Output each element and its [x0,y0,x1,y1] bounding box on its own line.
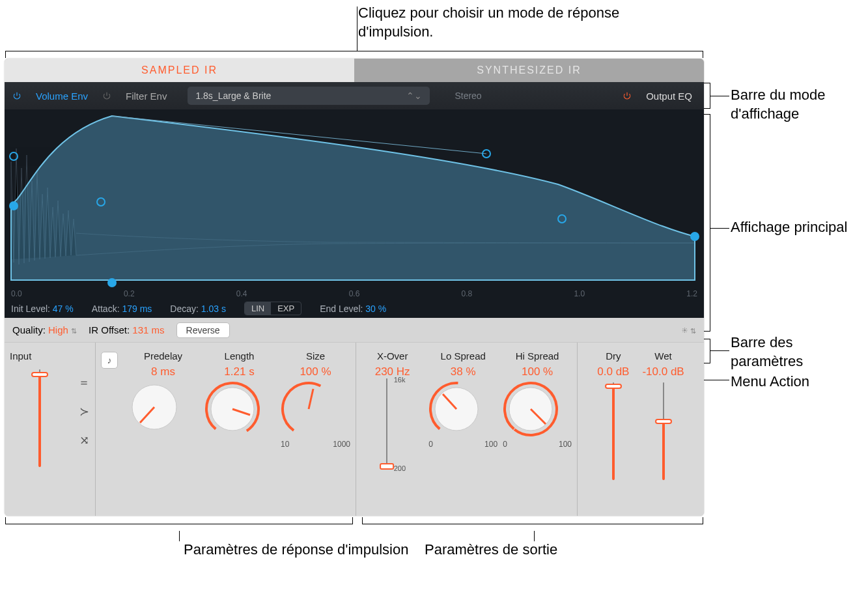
power-filter-env[interactable] [101,90,113,102]
xover-slider[interactable]: 16k 200 [380,378,406,470]
tick-0: 0.0 [11,289,22,298]
ir-preset-select[interactable]: 1.8s_Large & Brite ⌃⌄ [188,87,430,105]
annotation-modebar: Barre du mode d'affichage [731,86,868,123]
lo-spread-label: Lo Spread [428,350,497,362]
end-level-value[interactable]: 30 % [365,304,386,314]
size-value[interactable]: 100 % [281,365,350,378]
hi-spread-value[interactable]: 100 % [503,365,572,378]
dry-label: Dry [597,350,629,362]
tick-6: 1.2 [686,289,697,298]
annotation-top-stem [357,7,357,51]
end-level-label: End Level: [320,304,363,314]
annotation-top-bracket [5,51,703,51]
lin-button[interactable]: LIN [245,302,271,315]
ir-mode-tabs: SAMPLED IR SYNTHESIZED IR [5,59,704,82]
mode-filter-env[interactable]: Filter Env [118,89,175,103]
init-level-value[interactable]: 47 % [53,304,74,314]
annotation-parambar-bracket [710,339,710,363]
annotation-modebar-line [710,96,729,96]
annotation-main: Affichage principal [731,218,847,237]
action-menu[interactable] [682,323,696,337]
lin-exp-toggle[interactable]: LIN EXP [244,302,301,315]
size-knob[interactable] [281,381,350,437]
quality-stepper-icon[interactable] [71,324,77,335]
predelay-value[interactable]: 8 ms [128,365,198,378]
mode-volume-env[interactable]: Volume Env [28,89,96,103]
hi-spread-knob[interactable] [503,381,572,437]
xover-min: 200 [394,464,406,472]
tab-sampled-ir[interactable]: SAMPLED IR [5,59,354,82]
tick-5: 1.0 [574,289,585,298]
lo-spread-value[interactable]: 38 % [428,365,497,378]
size-min: 10 [281,440,289,449]
envelope-readout: Init Level: 47 % Attack: 179 ms Decay: 1… [11,302,697,315]
predelay-knob[interactable] [128,381,198,433]
tick-3: 0.6 [349,289,360,298]
tick-4: 0.8 [462,289,473,298]
lo-max: 100 [484,440,497,449]
tempo-sync-button[interactable]: ♪ [101,352,118,369]
length-knob[interactable] [204,381,274,437]
parameter-bar: Quality: High IR Offset: 131 ms Reverse [5,318,704,343]
input-mode-cross-icon[interactable]: ⤨ [79,433,89,447]
ir-offset-label: IR Offset: [89,324,130,335]
predelay-label: Predelay [128,350,198,362]
svg-point-1 [9,201,18,210]
annotation-parambar: Barre des paramètres [731,333,868,371]
hi-spread-label: Hi Spread [503,350,572,362]
size-label: Size [281,350,350,362]
main-display[interactable]: 0.0 0.2 0.4 0.6 0.8 1.0 1.2 Init Level: … [5,109,704,318]
input-label: Input [10,350,90,362]
annotation-irparams-stem [179,531,180,541]
annotation-irparams: Paramètres de réponse d'impulsion [184,541,408,560]
tab-synthesized-ir[interactable]: SYNTHESIZED IR [354,59,704,82]
svg-line-15 [309,389,313,409]
input-mode-straight-icon[interactable]: ＝ [78,375,90,390]
lo-spread-knob[interactable] [428,381,497,437]
dry-slider[interactable] [607,382,620,480]
tick-2: 0.4 [236,289,247,298]
time-axis: 0.0 0.2 0.4 0.6 0.8 1.0 1.2 [11,289,697,298]
hi-max: 100 [559,440,572,449]
envelope-graph[interactable] [5,109,704,298]
action-stepper-icon [690,325,696,335]
dry-value[interactable]: 0.0 dB [597,365,629,378]
attack-value[interactable]: 179 ms [122,304,152,314]
plugin-window: SAMPLED IR SYNTHESIZED IR Volume Env Fil… [5,59,704,516]
svg-point-3 [690,232,699,241]
display-mode-bar: Volume Env Filter Env 1.8s_Large & Brite… [5,82,704,109]
annotation-top: Cliquez pour choisir un mode de réponse … [358,4,638,41]
exp-button[interactable]: EXP [271,302,301,315]
wet-label: Wet [642,350,684,362]
annotation-parambar-line [710,350,729,351]
annotation-main-line [710,228,729,229]
xover-max: 16k [394,376,406,384]
annotation-outparams: Paramètres de sortie [425,541,557,560]
annotation-action: Menu Action [731,373,809,391]
init-level-label: Init Level: [11,304,50,314]
input-slider[interactable] [33,369,46,467]
xover-value[interactable]: 230 Hz [361,365,423,378]
quality-label: Quality: [12,324,46,335]
length-value[interactable]: 1.21 s [204,365,274,378]
wet-value[interactable]: -10.0 dB [642,365,684,378]
hi-min: 0 [503,440,507,449]
lower-parameters: Input ＝ ≻ ⤨ ♪ [5,343,704,516]
power-output-eq[interactable] [621,90,633,102]
attack-label: Attack: [92,304,120,314]
ir-offset-value[interactable]: 131 ms [132,324,164,335]
output-eq-button[interactable]: Output EQ [638,89,697,103]
input-mode-merge-icon[interactable]: ≻ [79,404,89,419]
annotation-main-bracket [710,114,710,332]
power-volume-env[interactable] [11,90,23,102]
svg-point-2 [107,278,117,287]
length-label: Length [204,350,274,362]
gear-icon [682,324,688,336]
decay-value[interactable]: 1.03 s [201,304,226,314]
reverse-button[interactable]: Reverse [176,322,230,338]
wet-slider[interactable] [657,382,670,480]
tick-1: 0.2 [124,289,135,298]
size-max: 1000 [333,440,350,449]
ir-preset-name: 1.8s_Large & Brite [195,91,271,101]
quality-value[interactable]: High [48,324,68,335]
